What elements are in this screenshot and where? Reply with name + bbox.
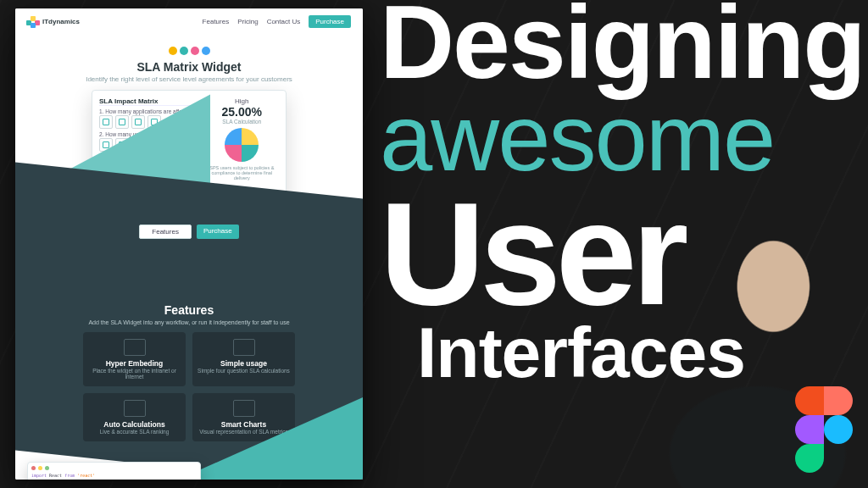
widget-fineprint: SPS users subject to policies & complian… (205, 165, 279, 180)
widget-percent-caption: SLA Calculation (205, 119, 279, 125)
chart-icon (233, 400, 255, 417)
feature-desc: Place the widget on the intranet or inte… (88, 368, 181, 380)
widget-level-label: High (205, 97, 279, 105)
feature-desc: Live & accurate SLA ranking (88, 429, 181, 435)
feature-desc: Simple four question SLA calculations (198, 368, 290, 374)
hero-title: SLA Matrix Widget (32, 60, 346, 74)
code-editor-mock: import React from 'react' import { SLAMa… (27, 462, 201, 480)
feature-title: Auto Calculations (88, 420, 181, 429)
whiteboard-icon (124, 339, 146, 356)
website-mock: ITdynamics Features Pricing Contact Us P… (15, 8, 363, 480)
title-line-2: awesome (380, 92, 860, 184)
hero-dots-icon (32, 47, 346, 55)
hero-purchase-button[interactable]: Purchase (197, 225, 239, 239)
logo-mark-icon (27, 16, 39, 28)
title-line-1: Designing (380, 0, 860, 92)
features-section: Features Add the SLA Widget into any wor… (15, 252, 363, 480)
feature-card-embedding: Hyper Embeding Place the widget on the i… (83, 332, 186, 386)
thumbnail-title: Designing awesome User Interfaces (380, 0, 868, 488)
code-snippet: import React from 'react' import { SLAMa… (31, 473, 197, 480)
feature-card-simple: Simple usage Simple four question SLA ca… (192, 332, 295, 386)
implementation-section: import React from 'react' import { SLAMa… (15, 448, 363, 480)
figma-logo-icon (795, 386, 853, 473)
feature-title: Hyper Embeding (88, 359, 181, 368)
cloud-icon (233, 339, 255, 356)
hero-subtitle: Identify the right level of service leve… (32, 75, 346, 83)
title-line-3: User (380, 184, 860, 324)
feature-title: Smart Charts (198, 420, 290, 429)
logo-text: ITdynamics (42, 18, 80, 25)
features-subheading: Add the SLA Widget into any workflow, or… (15, 319, 363, 325)
site-nav: ITdynamics Features Pricing Contact Us P… (15, 8, 363, 35)
hero-features-button[interactable]: Features (139, 225, 192, 239)
feature-title: Simple usage (198, 359, 290, 368)
site-logo[interactable]: ITdynamics (27, 16, 80, 28)
title-line-4: Interfaces (417, 319, 860, 387)
nav-purchase-button[interactable]: Purchase (309, 15, 351, 28)
widget-percent-value: 25.00% (205, 105, 279, 119)
feature-card-auto: Auto Calculations Live & accurate SLA ra… (83, 393, 186, 441)
presenter-photo (605, 200, 868, 488)
nav-link-contact[interactable]: Contact Us (267, 18, 301, 25)
pie-chart-icon (225, 128, 259, 162)
window-controls-icon (31, 466, 197, 470)
calculator-icon (124, 400, 146, 417)
feature-desc: Visual representation of SLA metrics (198, 429, 290, 435)
nav-link-pricing[interactable]: Pricing (237, 18, 258, 25)
nav-link-features[interactable]: Features (203, 18, 230, 25)
widget-left-title: SLA Impact Matrix (99, 97, 198, 106)
features-heading: Features (15, 303, 363, 317)
